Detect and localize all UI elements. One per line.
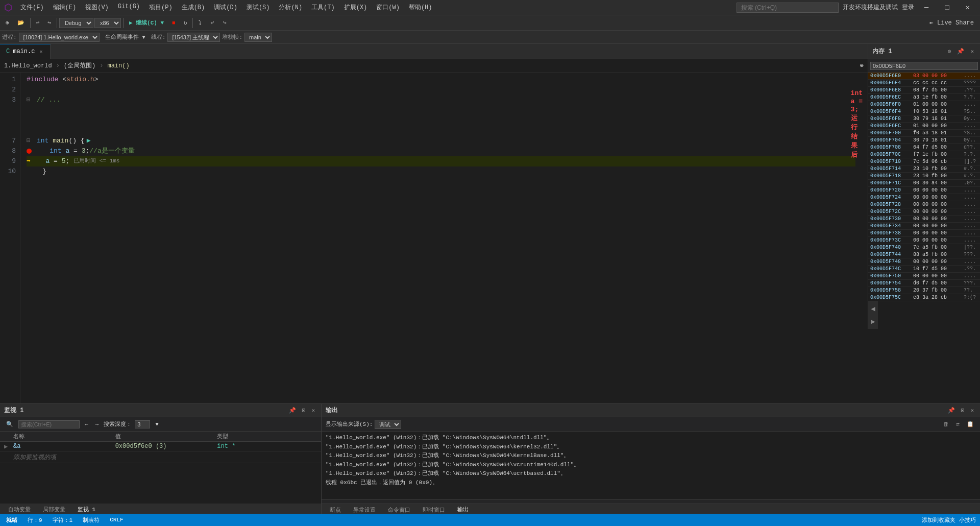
login-button[interactable]: 登录	[902, 3, 914, 12]
output-content[interactable]: "1.Hello_world.exe" (Win32)：已加载 "C:\Wind…	[322, 432, 980, 499]
title-bar: ⬡ 文件(F) 编辑(E) 视图(V) Git(G) 项目(P) 生成(B) 调…	[0, 0, 980, 15]
menu-debug[interactable]: 调试(D)	[210, 2, 241, 13]
status-ready[interactable]: 就绪	[4, 516, 19, 524]
lifecycle-btn[interactable]: 生命周期事件 ▼	[102, 32, 149, 42]
watch-add-row[interactable]: 添加要监视的项	[0, 452, 321, 463]
code-content[interactable]: #include <stdio.h> ⊟ // ...	[20, 73, 862, 403]
status-spaces[interactable]: 制表符	[81, 516, 102, 524]
line-num-5	[0, 115, 16, 126]
menu-test[interactable]: 测试(S)	[242, 2, 274, 13]
output-source-select[interactable]: 调试	[375, 420, 401, 429]
tab-close-button[interactable]: ✕	[38, 48, 44, 55]
bottom-area: 监视 1 📌 ⊡ ✕ 🔍 ← → 搜索深度： ▼ 名称	[0, 403, 980, 516]
output-scroll-bar[interactable]	[322, 499, 980, 504]
memory-row-29: 0x00D5F754d0 f7 d5 00???.	[868, 280, 980, 287]
step-into-button[interactable]: ⤶	[206, 18, 218, 28]
memory-address-input[interactable]	[870, 62, 978, 70]
output-close-button[interactable]: ✕	[968, 406, 976, 415]
output-pin-button[interactable]: 📌	[946, 406, 957, 415]
status-row[interactable]: 行：9	[26, 516, 44, 524]
menu-project[interactable]: 项目(P)	[145, 2, 177, 13]
line-num-4	[0, 105, 16, 115]
file-breadcrumb[interactable]: 1.Hello_world	[4, 62, 52, 69]
menu-edit[interactable]: 编辑(E)	[49, 2, 81, 13]
restart-button[interactable]: ↻	[180, 18, 191, 28]
depth-dropdown[interactable]: ▼	[153, 421, 161, 428]
line-num-2: 2	[0, 85, 16, 95]
watch-forward-button[interactable]: →	[93, 421, 101, 428]
new-project-button[interactable]: ⊕	[2, 18, 13, 28]
tab-main-c[interactable]: C main.c ✕	[0, 44, 51, 59]
sidebar-expand-icon[interactable]: ▶	[870, 316, 876, 327]
breadcrumb-sep-1: ›	[56, 62, 60, 69]
output-maximize-button[interactable]: ⊡	[959, 406, 967, 415]
platform-select[interactable]: x86	[94, 18, 121, 28]
watch-close-button[interactable]: ✕	[309, 406, 317, 415]
step-over-button[interactable]: ⤵	[195, 18, 205, 28]
menu-git[interactable]: Git(G)	[114, 2, 144, 13]
memory-pin-button[interactable]: 📌	[955, 47, 966, 56]
menu-analyze[interactable]: 分析(N)	[275, 2, 306, 13]
memory-row-1: 0x00D5F6E4cc cc cc cc????	[868, 80, 980, 87]
redo-button[interactable]: ↪	[44, 18, 55, 28]
menu-extensions[interactable]: 扩展(X)	[340, 2, 372, 13]
stop-button[interactable]: ■	[168, 18, 179, 28]
menu-help[interactable]: 帮助(H)	[405, 2, 436, 13]
output-line-4: "1.Hello_world.exe" (Win32)：已加载 "C:\Wind…	[326, 469, 976, 479]
memory-content[interactable]: 0x00D5F6E003 00 00 00....0x00D5F6E4cc cc…	[868, 73, 980, 301]
watch-expand-icon[interactable]: ▶	[4, 443, 11, 450]
function-breadcrumb[interactable]: main()	[107, 62, 129, 69]
open-button[interactable]: 📂	[14, 18, 28, 28]
menu-tools[interactable]: 工具(T)	[307, 2, 339, 13]
undo-button[interactable]: ↩	[33, 18, 43, 28]
toolbar-sep-1	[30, 18, 31, 28]
close-button[interactable]: ✕	[960, 2, 976, 13]
menu-view[interactable]: 视图(V)	[81, 2, 113, 13]
output-wrap-button[interactable]: ⇄	[954, 420, 962, 428]
memory-address-bar	[868, 59, 980, 73]
status-col[interactable]: 字符：1	[51, 516, 75, 524]
step-out-button[interactable]: ⤷	[219, 18, 231, 28]
thread-select[interactable]: [15432] 主线程	[167, 33, 220, 42]
depth-input[interactable]	[135, 420, 150, 428]
menu-window[interactable]: 窗口(W)	[372, 2, 404, 13]
memory-row-17: 0x00D5F72400 00 00 00....	[868, 194, 980, 201]
menu-build[interactable]: 生成(B)	[178, 2, 209, 13]
watch-back-button[interactable]: ←	[83, 421, 90, 428]
right-area: int a = 3; 运行结果后 内存 1 ⚙ 📌 ✕ 0x00D5	[868, 44, 980, 403]
live-share-button[interactable]: ⇤ Live Share	[926, 18, 978, 28]
output-header: 输出 📌 ⊡ ✕	[322, 404, 980, 417]
minimize-button[interactable]: ─	[918, 3, 935, 13]
watch-table: 名称 值 类型 ▶ &a 0x00d5f6e0 (3) int * 添加要监视的…	[0, 432, 321, 504]
sidebar-collapse-icon[interactable]: ◀	[870, 303, 876, 314]
debug-config-select[interactable]: Debug	[59, 18, 93, 28]
memory-row-3: 0x00D5F6ECa3 1e fb 00?.?.	[868, 94, 980, 101]
continue-button[interactable]: ▶ 继续(C) ▼	[126, 17, 167, 28]
editor-panel: C main.c ✕ 1.Hello_world › (全局范围) › main…	[0, 44, 868, 403]
memory-row-18: 0x00D5F72800 00 00 00....	[868, 201, 980, 208]
watch-search-icon[interactable]: 🔍	[4, 420, 15, 428]
editor-area: C main.c ✕ 1.Hello_world › (全局范围) › main…	[0, 44, 980, 403]
memory-close-button[interactable]: ✕	[968, 47, 976, 56]
output-clear-button[interactable]: 🗑	[941, 420, 951, 428]
watch-row-a[interactable]: ▶ &a 0x00d5f6e0 (3) int *	[0, 442, 321, 452]
watch-type-a: int *	[215, 443, 317, 450]
menu-file[interactable]: 文件(F)	[16, 2, 48, 13]
search-box[interactable]	[737, 3, 839, 13]
stack-select[interactable]: main	[244, 33, 272, 42]
status-encoding[interactable]: CRLF	[108, 517, 125, 523]
output-copy-button[interactable]: 📋	[965, 420, 976, 428]
plus-button[interactable]: ⊕	[860, 62, 864, 69]
main-layout: C main.c ✕ 1.Hello_world › (全局范围) › main…	[0, 44, 980, 516]
watch-pin-button[interactable]: 📌	[287, 406, 298, 415]
watch-maximize-button[interactable]: ⊡	[300, 406, 308, 415]
output-line-0: "1.Hello_world.exe" (Win32)：已加载 "C:\Wind…	[326, 434, 976, 443]
line-num-9: 9	[0, 156, 16, 166]
process-select[interactable]: [18024] 1.Hello_world.exe	[19, 33, 100, 42]
watch-search-input[interactable]	[18, 420, 80, 428]
memory-settings-button[interactable]: ⚙	[946, 47, 953, 56]
memory-row-26: 0x00D5F74800 00 00 00....	[868, 258, 980, 266]
maximize-button[interactable]: □	[939, 3, 955, 13]
watch-title: 监视 1	[4, 406, 23, 415]
scope-breadcrumb[interactable]: (全局范围)	[64, 61, 95, 70]
